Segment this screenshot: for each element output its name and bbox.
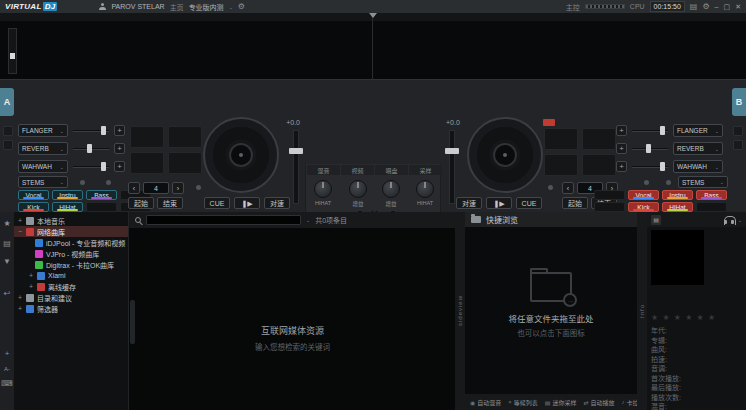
fx-activate-button[interactable]: + (114, 161, 125, 172)
tree-item-filters[interactable]: + 筛选器 (14, 303, 128, 314)
tree-item-vjpro[interactable]: VJPro - 视频曲库 (14, 248, 128, 259)
tab-sideview[interactable]: sideview (455, 212, 465, 410)
fx-select-reverb[interactable]: REVERB⌄ (18, 142, 68, 155)
pad-slot[interactable] (544, 128, 578, 150)
stem-empty-slot[interactable] (594, 190, 625, 200)
filter-funnel-icon[interactable]: ▼ (3, 258, 11, 266)
loop-out-button[interactable]: 结束 (157, 197, 183, 209)
slider-handle[interactable] (101, 126, 106, 135)
expander[interactable]: − (17, 228, 23, 235)
side-pad[interactable] (3, 126, 13, 136)
chevron-down-icon[interactable]: ⌄ (738, 217, 742, 223)
pad-slot[interactable] (544, 154, 578, 176)
play-pause-button[interactable]: ❚▶ (234, 197, 260, 209)
tree-item-local-music[interactable]: + 本地音乐 (14, 215, 128, 226)
deck-a-gain-knob[interactable] (349, 180, 367, 198)
chevron-down-icon[interactable]: ⌄ (306, 217, 310, 223)
tree-item-offline-cache[interactable]: + 离线缓存 (14, 281, 128, 292)
deck-b-stem-eq-knob[interactable] (416, 180, 434, 198)
zoom-slider-handle[interactable] (10, 53, 15, 59)
fx-select-flanger[interactable]: FLANGER⌄ (18, 124, 68, 137)
tab-sampler[interactable]: 采样 (409, 165, 442, 175)
pitch-fader-handle[interactable] (445, 148, 459, 154)
stem-instru-button[interactable]: Instru (662, 190, 693, 200)
rating-stars[interactable]: ★ ★ ★ ★ ★ ★ (651, 313, 716, 322)
tab-scratch[interactable]: 唱盘 (375, 165, 408, 175)
deck-a-jog-wheel[interactable] (203, 117, 279, 193)
stem-vocal-button[interactable]: Vocal (628, 190, 659, 200)
cue-button[interactable]: CUE (516, 197, 542, 209)
slider-handle[interactable] (660, 126, 665, 135)
slider-handle[interactable] (101, 162, 106, 171)
loop-half-button[interactable]: ‹ (128, 182, 140, 194)
tree-item-xiami[interactable]: + Xiami (14, 270, 128, 281)
expander[interactable]: + (17, 294, 23, 301)
toolbar-sampler[interactable]: ▤迷你采样 (545, 398, 577, 407)
stem-hihat-button[interactable]: HiHat (662, 202, 693, 212)
fx-select-wahwah[interactable]: WAHWAH⌄ (18, 160, 68, 173)
slider-handle[interactable] (660, 162, 665, 171)
loop-in-button[interactable]: 起始 (562, 197, 588, 209)
sync-button[interactable]: 对速 (264, 197, 290, 209)
tab-info[interactable]: Info (637, 212, 647, 410)
fx-select-reverb[interactable]: REVERB⌄ (673, 142, 723, 155)
stem-empty-slot[interactable] (86, 202, 117, 212)
fx-select-wahwah[interactable]: WAHWAH⌄ (673, 160, 723, 173)
deck-b-gain-knob[interactable] (382, 180, 400, 198)
loop-double-button[interactable]: › (172, 182, 184, 194)
drop-zone[interactable]: → 将任意文件夹拖至此处 也可以点击下面图标 (465, 272, 637, 338)
history-icon[interactable]: ▤ (690, 3, 698, 11)
minimize-button[interactable]: – (715, 3, 719, 10)
stem-instru-button[interactable]: Instru (52, 190, 83, 200)
pad-slot[interactable] (130, 152, 164, 174)
side-pad[interactable] (3, 140, 13, 150)
fx-dry-wet-slider[interactable] (632, 124, 668, 137)
expander[interactable]: + (17, 217, 23, 224)
expander[interactable]: + (28, 272, 34, 279)
expander[interactable]: + (28, 283, 34, 290)
pad-slot[interactable] (130, 126, 164, 148)
stem-empty-slot[interactable] (594, 202, 625, 212)
tab-video[interactable]: 视频 (341, 165, 374, 175)
stem-bass-button[interactable]: Bass (86, 190, 117, 200)
pad-slot[interactable] (168, 152, 202, 174)
tree-item-online-library[interactable]: − 网络曲库 (14, 226, 128, 237)
settings-gear-icon[interactable]: ⚙ (702, 3, 709, 11)
slider-handle[interactable] (646, 144, 651, 153)
stem-hihat-button[interactable]: HiHat (52, 202, 83, 212)
deck-b-jog-wheel[interactable] (467, 117, 543, 193)
user-name[interactable]: PAROV STELAR (111, 3, 164, 10)
deck-b-pitch-fader[interactable] (449, 130, 455, 204)
fx-dry-wet-slider[interactable] (73, 142, 109, 155)
side-pad[interactable] (733, 126, 743, 136)
fx-activate-button[interactable]: + (616, 125, 627, 136)
fx-activate-button[interactable]: + (616, 143, 627, 154)
back-arrow-icon[interactable]: ↩ (4, 290, 11, 298)
deck-a-stem-eq-knob[interactable] (314, 180, 332, 198)
home-menu[interactable]: 主页 (170, 2, 184, 12)
sync-button[interactable]: 对速 (456, 197, 482, 209)
stem-bass-button[interactable]: Bass (696, 190, 727, 200)
pad-slot[interactable] (582, 128, 616, 150)
stem-kick-button[interactable]: Kick (18, 202, 49, 212)
tree-item-folders-suggestions[interactable]: + 目录和建议 (14, 292, 128, 303)
close-button[interactable]: ✕ (735, 3, 741, 10)
headphone-icon[interactable] (724, 216, 734, 223)
gear-icon[interactable]: ⚙ (238, 3, 245, 11)
loop-half-button[interactable]: ‹ (562, 182, 574, 194)
keyboard-icon[interactable]: ⌨ (1, 380, 13, 388)
expander[interactable]: + (17, 305, 23, 312)
deck-b-stems-dropdown[interactable]: STEMS⌄ (678, 176, 728, 188)
deck-a-stems-dropdown[interactable]: STEMS⌄ (18, 176, 68, 188)
tree-item-digitrax[interactable]: Digitrax - 卡拉OK曲库 (14, 259, 128, 270)
loop-length-display[interactable]: 4 (143, 182, 169, 194)
fx-dry-wet-slider[interactable] (632, 142, 668, 155)
fx-select-flanger[interactable]: FLANGER⌄ (673, 124, 723, 137)
slider-handle[interactable] (87, 144, 92, 153)
stem-kick-button[interactable]: Kick (628, 202, 659, 212)
fx-dry-wet-slider[interactable] (632, 160, 668, 173)
play-pause-button[interactable]: ❚▶ (486, 197, 512, 209)
favorites-star-icon[interactable]: ★ (3, 220, 10, 228)
side-pad[interactable] (733, 140, 743, 150)
waveform-zoom-slider[interactable] (8, 28, 17, 74)
